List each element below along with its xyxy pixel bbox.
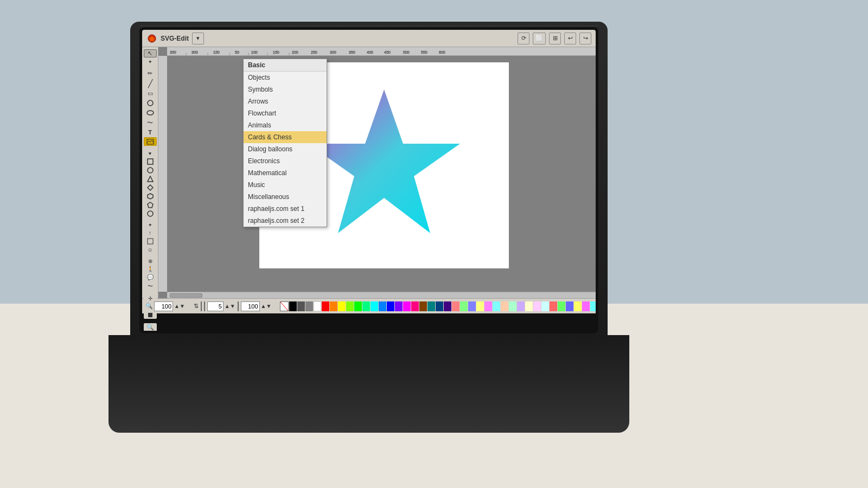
color-magenta[interactable] (403, 301, 411, 311)
stroke-color-swatch[interactable] (204, 301, 205, 311)
color-lime[interactable] (346, 301, 354, 311)
undo-btn[interactable]: ↩ (564, 33, 576, 44)
circle2-shape[interactable] (144, 210, 157, 217)
color-paleaqua[interactable] (590, 301, 596, 311)
color-aqua[interactable] (541, 301, 549, 311)
fill-color-swatch[interactable] (201, 301, 202, 311)
redo-btn[interactable]: ↪ (579, 33, 591, 44)
circle-shape[interactable] (144, 166, 157, 174)
svg-text:550: 550 (421, 50, 427, 54)
opacity-input[interactable] (241, 301, 260, 311)
color-mint[interactable] (509, 301, 516, 311)
square-tool[interactable] (144, 311, 157, 319)
color-teal[interactable] (427, 301, 435, 311)
bezier-tool[interactable]: 〜 (144, 282, 157, 291)
color-rose[interactable] (533, 301, 541, 311)
color-brown[interactable] (419, 301, 427, 311)
rotate-btn[interactable]: ⟳ (518, 33, 529, 44)
node-tool[interactable]: ✦ (144, 59, 157, 65)
crosshair[interactable]: ⊕ (144, 258, 157, 265)
shape-dropdown-menu[interactable]: Basic Objects Symbols Arrows Flowchart A… (243, 59, 327, 227)
color-lightpink[interactable] (484, 301, 492, 311)
color-medgreen[interactable] (558, 301, 565, 311)
color-pink[interactable] (411, 301, 419, 311)
triangle-shape[interactable] (144, 175, 157, 183)
path-tool[interactable]: 〜 (144, 118, 157, 127)
select-tool[interactable]: ↖ (144, 49, 157, 57)
color-salmon[interactable] (550, 301, 557, 311)
dropdown-item-raphaeljs2[interactable]: raphaeljs.com set 2 (244, 215, 327, 227)
diamond-shape[interactable] (144, 184, 157, 191)
dropdown-item-electronics[interactable]: Electronics (244, 155, 327, 167)
bubble-shape[interactable]: 💬 (144, 274, 157, 281)
color-blue[interactable] (387, 301, 394, 311)
color-lavender[interactable] (517, 301, 525, 311)
color-black[interactable] (289, 301, 297, 311)
table-btn[interactable]: ⊞ (549, 33, 561, 44)
color-lightred[interactable] (452, 301, 459, 311)
dropdown-item-miscellaneous[interactable]: Miscellaneous (244, 191, 327, 203)
color-periwinkle[interactable] (566, 301, 573, 311)
color-purple[interactable] (395, 301, 403, 311)
canvas-area[interactable]: 350 300 150 50 100 150 200 250 300 350 4… (158, 47, 596, 298)
dropdown-item-flowchart[interactable]: Flowchart (244, 107, 327, 119)
zoom-input[interactable]: 100 (154, 301, 173, 311)
rect-outline[interactable] (144, 237, 157, 245)
color-lightcyan[interactable] (493, 301, 500, 311)
color-lightblue[interactable] (468, 301, 476, 311)
circle-tool[interactable] (144, 99, 157, 107)
dropdown-item-cards[interactable]: Cards & Chess (244, 131, 327, 143)
color-springgreen[interactable] (362, 301, 370, 311)
heart-shape[interactable]: ♥ (144, 150, 157, 157)
color-lightyellow[interactable] (476, 301, 484, 311)
color-yellow[interactable] (338, 301, 346, 311)
rect-tool[interactable]: ▭ (144, 89, 157, 98)
color-peach[interactable] (501, 301, 508, 311)
person-tool[interactable]: 🚶 (144, 266, 157, 273)
color-orchid[interactable] (582, 301, 590, 311)
color-white[interactable] (314, 301, 321, 311)
stroke-stepper[interactable]: ▲▼ (225, 303, 235, 309)
hexagon-shape[interactable] (144, 192, 157, 200)
arrow-up[interactable]: ↑ (144, 229, 157, 236)
pentagon-shape[interactable] (144, 201, 157, 209)
dropdown-item-animals[interactable]: Animals (244, 119, 327, 131)
pencil-tool[interactable]: ✏ (144, 69, 157, 78)
color-lightgreen[interactable] (460, 301, 468, 311)
color-darkgray[interactable] (297, 301, 305, 311)
color-navy[interactable] (436, 301, 443, 311)
color-dodgerblue[interactable] (379, 301, 386, 311)
color-paleyellow[interactable] (574, 301, 582, 311)
color-cream[interactable] (525, 301, 533, 311)
color-red[interactable] (322, 301, 329, 311)
dropdown-item-mathematical[interactable]: Mathematical (244, 167, 327, 179)
dropdown-item-dialog[interactable]: Dialog balloons (244, 143, 327, 155)
color-gray[interactable] (305, 301, 313, 311)
transparent-swatch[interactable] (280, 301, 289, 311)
dropdown-item-music[interactable]: Music (244, 179, 327, 191)
line-tool[interactable]: ╱ (144, 79, 157, 88)
text-tool[interactable]: T (144, 129, 157, 136)
stroke-width-input[interactable] (207, 301, 224, 311)
dropdown-item-symbols[interactable]: Symbols (244, 84, 327, 95)
color-green[interactable] (354, 301, 362, 311)
zoom-tool[interactable]: 🔍 (144, 323, 157, 331)
rect-shape[interactable] (144, 158, 157, 165)
color-cyan[interactable] (371, 301, 378, 311)
dropdown-arrow-btn[interactable]: ▾ (192, 33, 204, 44)
dropdown-item-objects[interactable]: Objects (244, 72, 327, 84)
horizontal-scrollbar[interactable] (167, 292, 596, 298)
zoom-stepper[interactable]: ▲▼ (174, 303, 185, 309)
image-tool[interactable] (144, 137, 157, 146)
star-shape-4[interactable]: ✦ (144, 222, 157, 228)
scrollbar-thumb[interactable] (170, 293, 202, 298)
grid-btn[interactable]: ⬜ (533, 33, 546, 44)
dropdown-item-arrows[interactable]: Arrows (244, 95, 327, 107)
smiley[interactable]: ☺ (144, 246, 157, 253)
canvas-workspace[interactable]: Basic Objects Symbols Arrows Flowchart A… (167, 56, 596, 292)
color-indigo[interactable] (444, 301, 451, 311)
dropdown-item-raphaeljs1[interactable]: raphaeljs.com set 1 (244, 203, 327, 215)
color-orange[interactable] (330, 301, 337, 311)
opacity-stepper[interactable]: ▲▼ (261, 303, 272, 309)
ellipse-tool[interactable] (144, 108, 157, 117)
